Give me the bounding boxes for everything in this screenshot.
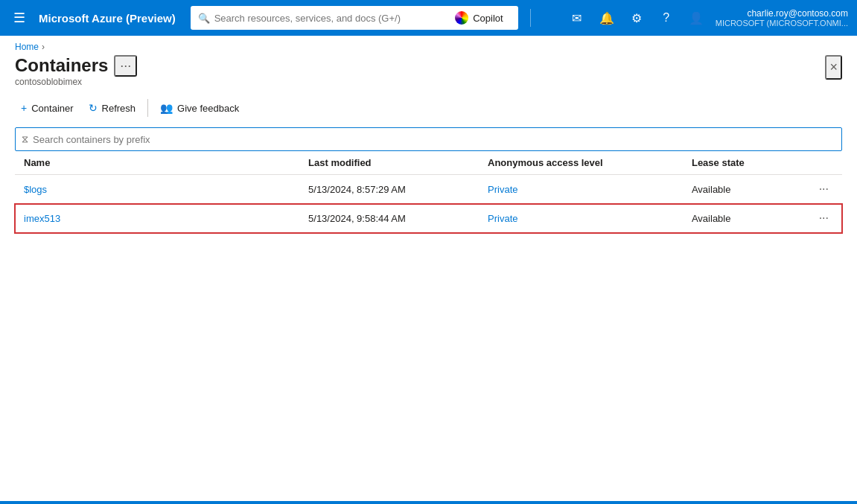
- table-row[interactable]: $logs 5/13/2024, 8:57:29 AM Private Avai…: [15, 175, 842, 204]
- table-header-row: Name Last modified Anonymous access leve…: [15, 151, 842, 175]
- breadcrumb-separator: ›: [42, 42, 45, 52]
- app-title: Microsoft Azure (Preview): [39, 12, 176, 25]
- breadcrumb-home[interactable]: Home: [15, 42, 39, 52]
- mail-icon-button[interactable]: ✉: [564, 4, 590, 31]
- hamburger-menu-button[interactable]: ☰: [9, 5, 30, 31]
- global-search-box[interactable]: 🔍 Copilot: [191, 6, 518, 30]
- page-more-button[interactable]: ···: [114, 55, 137, 77]
- col-header-access: Anonymous access level: [479, 151, 683, 175]
- row-more-options-button[interactable]: ···: [815, 181, 833, 197]
- user-account-button[interactable]: charlie.roy@contoso.com MICROSOFT (MICRO…: [716, 8, 848, 28]
- container-search-box[interactable]: ⧖: [15, 127, 842, 151]
- col-header-name: Name: [15, 151, 299, 175]
- access-level-value: Private: [488, 213, 517, 224]
- row-actions-cell[interactable]: ···: [806, 175, 842, 204]
- container-name-link[interactable]: imex513: [24, 213, 60, 224]
- give-feedback-button[interactable]: 👥 Give feedback: [154, 98, 245, 118]
- breadcrumb: Home ›: [0, 36, 857, 55]
- access-level-value: Private: [488, 184, 517, 195]
- close-button[interactable]: ×: [825, 55, 842, 80]
- settings-icon-button[interactable]: ⚙: [623, 4, 650, 31]
- topbar-icon-group: ✉ 🔔 ⚙ ? 👤 charlie.roy@contoso.com MICROS…: [564, 4, 848, 31]
- filter-icon: ⧖: [22, 133, 28, 145]
- global-search-input[interactable]: [214, 13, 444, 24]
- table-body: $logs 5/13/2024, 8:57:29 AM Private Avai…: [15, 175, 842, 233]
- refresh-button[interactable]: ↻ Refresh: [83, 98, 142, 118]
- notifications-icon-button[interactable]: 🔔: [593, 4, 620, 31]
- copilot-button[interactable]: Copilot: [447, 7, 510, 28]
- main-content: Containers ··· contosoblobimex × + Conta…: [0, 55, 857, 248]
- user-email: charlie.roy@contoso.com: [747, 8, 848, 19]
- row-modified-cell: 5/13/2024, 8:57:29 AM: [299, 175, 479, 204]
- add-container-label: Container: [31, 103, 73, 114]
- row-actions-cell[interactable]: ···: [806, 204, 842, 233]
- copilot-label: Copilot: [473, 13, 503, 24]
- page-title: Containers: [15, 55, 108, 77]
- page-title-section: Containers ···: [15, 55, 137, 77]
- row-lease-cell: Available: [683, 175, 806, 204]
- row-access-cell: Private: [479, 175, 683, 204]
- row-more-options-button[interactable]: ···: [815, 210, 833, 226]
- topbar-divider: [530, 9, 531, 27]
- page-title-area: Containers ··· contosoblobimex: [15, 55, 137, 96]
- toolbar-divider: [147, 99, 148, 117]
- row-modified-cell: 5/13/2024, 9:58:44 AM: [299, 204, 479, 233]
- toolbar: + Container ↻ Refresh 👥 Give feedback: [15, 98, 842, 118]
- copilot-icon: [455, 11, 468, 25]
- containers-table: Name Last modified Anonymous access leve…: [15, 151, 842, 233]
- feedback-icon-button[interactable]: 👤: [683, 4, 710, 31]
- refresh-icon: ↻: [89, 102, 98, 114]
- refresh-label: Refresh: [102, 103, 136, 114]
- page-header: Containers ··· contosoblobimex ×: [15, 55, 842, 96]
- topbar: ☰ Microsoft Azure (Preview) 🔍 Copilot ✉ …: [0, 0, 857, 36]
- page-subtitle: contosoblobimex: [15, 77, 137, 87]
- container-search-input[interactable]: [33, 134, 835, 145]
- search-icon: 🔍: [198, 13, 210, 24]
- table-row[interactable]: imex513 5/13/2024, 9:58:44 AM Private Av…: [15, 204, 842, 233]
- feedback-icon: 👥: [160, 102, 173, 114]
- add-container-button[interactable]: + Container: [15, 98, 80, 118]
- feedback-label: Give feedback: [177, 103, 239, 114]
- table-header: Name Last modified Anonymous access leve…: [15, 151, 842, 175]
- col-header-lease: Lease state: [683, 151, 806, 175]
- row-name-cell[interactable]: $logs: [15, 175, 299, 204]
- user-tenant: MICROSOFT (MICROSOFT.ONMI...: [716, 19, 848, 28]
- row-access-cell: Private: [479, 204, 683, 233]
- add-icon: +: [21, 102, 27, 114]
- row-lease-cell: Available: [683, 204, 806, 233]
- row-name-cell[interactable]: imex513: [15, 204, 299, 233]
- col-header-modified: Last modified: [299, 151, 479, 175]
- help-icon-button[interactable]: ?: [653, 4, 680, 31]
- col-header-actions: [806, 151, 842, 175]
- container-name-link[interactable]: $logs: [24, 184, 47, 195]
